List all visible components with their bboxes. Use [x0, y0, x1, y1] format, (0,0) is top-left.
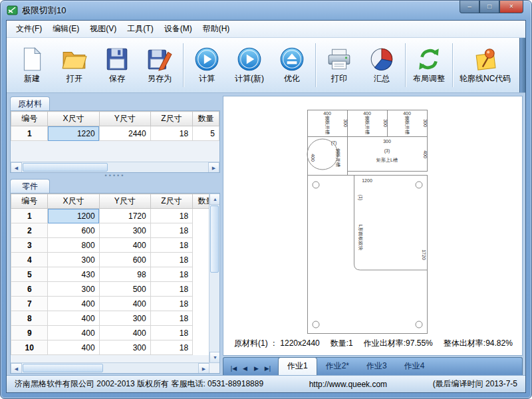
toolbar-button-new[interactable]: 新建 [11, 39, 53, 91]
scroll-down-icon[interactable]: ▼ [209, 352, 220, 363]
scroll-right-icon[interactable]: ▶ [208, 162, 219, 173]
toolbar-button-layout-adjust[interactable]: 布局调整 [408, 39, 450, 91]
toolbar-button-nc-code[interactable]: 轮廓线NC代码 [455, 39, 515, 91]
table-cell[interactable]: 5 [11, 267, 48, 282]
toolbar-button-optimize[interactable]: 优化 [271, 39, 313, 91]
table-cell[interactable]: 400 [99, 238, 150, 253]
table-cell[interactable]: 18 [150, 209, 192, 223]
table-cell[interactable]: 430 [48, 267, 99, 282]
scroll-thumb[interactable] [23, 364, 103, 372]
scroll-left-icon[interactable]: ◀ [11, 363, 22, 374]
column-header[interactable]: 编号 [11, 194, 48, 209]
minimize-button[interactable]: – [460, 1, 479, 13]
table-cell[interactable]: 600 [99, 253, 150, 267]
table-cell[interactable]: 2440 [99, 126, 150, 141]
table-cell[interactable]: 4 [11, 253, 48, 267]
menu-item-help[interactable]: 帮助(H) [198, 21, 235, 37]
scroll-up-icon[interactable]: ▲ [209, 194, 220, 205]
scroll-track[interactable] [209, 205, 219, 352]
scroll-thumb[interactable] [23, 163, 108, 172]
toolbar-button-calculate-new[interactable]: 计算(新) [228, 39, 271, 91]
titlebar[interactable]: 极限切割10 – □ × [1, 1, 531, 20]
h-scrollbar[interactable]: ◀ ▶ [11, 162, 219, 172]
table-cell[interactable]: 400 [99, 326, 150, 340]
toolbar-overflow-grip[interactable] [519, 38, 525, 92]
column-header[interactable]: Y尺寸 [99, 194, 150, 209]
toolbar-button-calculate[interactable]: 计算 [186, 39, 228, 91]
close-button[interactable]: × [499, 1, 523, 13]
h-scrollbar[interactable]: ◀ ▶ [11, 362, 209, 373]
column-header[interactable]: 数量 [193, 112, 219, 126]
toolbar-button-save-as[interactable]: 另存为 [138, 39, 181, 91]
scroll-thumb[interactable] [210, 205, 219, 273]
scroll-track[interactable] [22, 363, 198, 373]
table-cell[interactable]: 18 [150, 282, 192, 297]
menu-item-tools[interactable]: 工具(T) [122, 21, 158, 37]
table-cell[interactable]: 18 [150, 253, 192, 267]
column-header[interactable]: Z尺寸 [150, 194, 192, 209]
table-cell[interactable]: 18 [150, 126, 192, 141]
table-cell[interactable]: 400 [48, 297, 99, 311]
table-cell[interactable]: 300 [99, 223, 150, 238]
column-header[interactable]: 编号 [11, 112, 48, 126]
table-cell[interactable]: 300 [99, 311, 150, 326]
table-cell[interactable]: 800 [48, 238, 99, 253]
table-cell[interactable]: 300 [48, 253, 99, 267]
table-cell[interactable]: 1200 [48, 209, 99, 223]
drawing-area[interactable]: 400 300 侧板开槽 400 300 侧板开槽 400 300 侧板开槽 (… [223, 96, 523, 356]
table-cell[interactable]: 300 [99, 340, 150, 355]
toolbar-button-print[interactable]: 打印 [318, 39, 360, 91]
table-cell[interactable]: 400 [48, 326, 99, 340]
table-cell[interactable]: 3 [11, 238, 48, 253]
tab-parts[interactable]: 零件 [10, 179, 50, 193]
table-cell[interactable]: 98 [99, 267, 150, 282]
tab-job2[interactable]: 作业2* [317, 358, 358, 375]
table-cell[interactable]: 18 [150, 267, 192, 282]
table-cell[interactable]: 2 [11, 223, 48, 238]
scroll-track[interactable] [22, 162, 208, 172]
table-cell[interactable]: 18 [150, 223, 192, 238]
tab-job3[interactable]: 作业3 [358, 358, 396, 375]
table-cell[interactable]: 10 [11, 340, 48, 355]
table-cell[interactable]: 300 [48, 282, 99, 297]
nav-last-icon[interactable]: ▶| [263, 365, 273, 372]
table-cell[interactable]: 9 [11, 326, 48, 340]
scroll-right-icon[interactable]: ▶ [198, 363, 209, 374]
scroll-left-icon[interactable]: ◀ [11, 162, 22, 173]
table-cell[interactable]: 1220 [48, 126, 99, 141]
toolbar-button-open[interactable]: 打开 [53, 39, 96, 91]
table-cell[interactable]: 400 [48, 311, 99, 326]
menu-item-view[interactable]: 视图(V) [84, 21, 122, 37]
table-cell[interactable]: 1720 [99, 209, 150, 223]
table-cell[interactable]: 600 [48, 223, 99, 238]
nav-next-icon[interactable]: ▶ [251, 365, 261, 372]
panel-splitter[interactable]: ••••• [10, 173, 220, 179]
table-cell[interactable]: 18 [150, 311, 192, 326]
column-header[interactable]: X尺寸 [48, 194, 99, 209]
column-header[interactable]: Y尺寸 [99, 112, 150, 126]
table-cell[interactable]: 8 [11, 311, 48, 326]
table-cell[interactable]: 18 [150, 326, 192, 340]
website-link[interactable]: http://www.queek.com [309, 380, 387, 389]
table-cell[interactable]: 400 [99, 297, 150, 311]
toolbar-button-save[interactable]: 保存 [96, 39, 138, 91]
table-cell[interactable]: 1 [11, 209, 48, 223]
maximize-button[interactable]: □ [479, 1, 499, 13]
table-cell[interactable]: 18 [150, 238, 192, 253]
tab-job1[interactable]: 作业1 [278, 357, 317, 375]
table-cell[interactable]: 400 [48, 340, 99, 355]
toolbar-button-summary[interactable]: 汇总 [360, 39, 403, 91]
v-scrollbar[interactable]: ▲ ▼ [209, 194, 219, 363]
table-cell[interactable]: 18 [150, 297, 192, 311]
table-cell[interactable]: 6 [11, 282, 48, 297]
column-header[interactable]: X尺寸 [48, 112, 99, 126]
table-cell[interactable]: 7 [11, 297, 48, 311]
menu-item-edit[interactable]: 编辑(E) [47, 21, 84, 37]
tab-materials[interactable]: 原材料 [10, 96, 50, 110]
nav-prev-icon[interactable]: ◀ [240, 365, 250, 372]
table-cell[interactable]: 18 [150, 340, 192, 355]
menu-item-device[interactable]: 设备(M) [159, 21, 198, 37]
menu-item-file[interactable]: 文件(F) [11, 21, 47, 37]
table-cell[interactable]: 500 [99, 282, 150, 297]
table-cell[interactable]: 1 [11, 126, 48, 141]
